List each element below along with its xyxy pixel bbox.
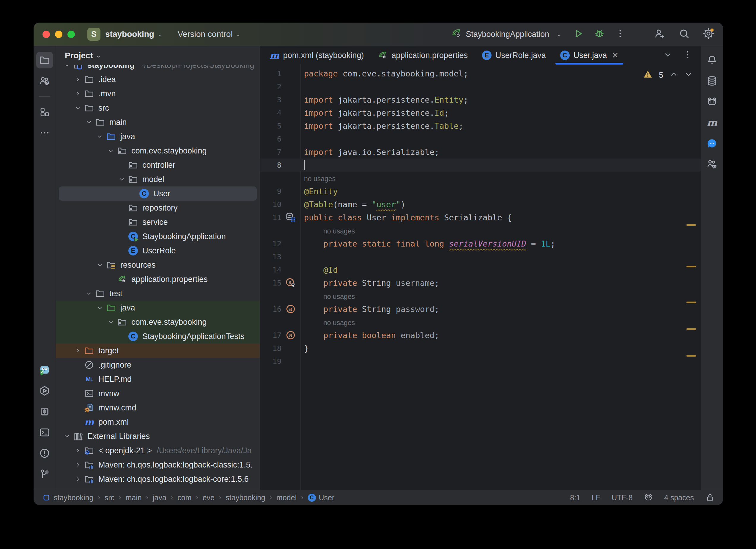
tree-row[interactable]: com.eve.staybooking xyxy=(56,315,260,329)
tree-row[interactable]: test xyxy=(56,287,260,301)
inlay-hint[interactable]: no usages xyxy=(323,319,355,327)
inlay-hint[interactable]: no usages xyxy=(323,227,355,235)
chevron-down-icon[interactable] xyxy=(94,305,105,311)
close-window-button[interactable] xyxy=(42,31,50,38)
tree-row[interactable]: com.eve.staybooking xyxy=(56,144,260,158)
breadcrumb-item[interactable]: src xyxy=(105,493,114,502)
warning-stripe-mark[interactable] xyxy=(686,266,696,267)
kebab-icon[interactable] xyxy=(615,28,626,39)
chevron-right-icon[interactable] xyxy=(72,447,84,454)
add-user-icon[interactable] xyxy=(654,28,665,39)
chevron-right-icon[interactable] xyxy=(72,90,84,97)
chevron-down-icon[interactable] xyxy=(116,176,127,182)
chevron-up-icon[interactable] xyxy=(669,70,678,79)
chevron-down-icon[interactable] xyxy=(61,65,73,68)
tool-button-services[interactable] xyxy=(36,383,53,399)
tool-button-project-folder[interactable] xyxy=(36,52,53,68)
tree-row[interactable]: staybooking~/Desktop/Projects/StayBookin… xyxy=(56,65,260,72)
tree-row[interactable]: src xyxy=(56,101,260,115)
warning-triangle-icon[interactable] xyxy=(643,69,653,79)
tool-button-code-with-me[interactable] xyxy=(704,156,720,172)
run-icon[interactable] xyxy=(573,28,584,39)
status-ai-status[interactable] xyxy=(644,493,653,502)
chevron-down-icon[interactable] xyxy=(83,119,95,125)
chevron-right-icon[interactable] xyxy=(72,76,84,83)
tree-row[interactable]: service xyxy=(56,215,260,229)
editor-tab[interactable]: mpom.xml (staybooking) xyxy=(262,46,371,64)
inspections-widget[interactable]: 5 xyxy=(643,69,693,81)
tree-row[interactable]: CUser xyxy=(59,186,257,201)
tree-row[interactable]: application.properties xyxy=(56,272,260,287)
inlay-hint[interactable]: no usages xyxy=(304,175,336,182)
chevron-down-icon[interactable] xyxy=(663,50,672,59)
run-configuration-selector[interactable]: StaybookingApplication ⌄ xyxy=(451,28,561,41)
tool-button-plugin-avatar[interactable] xyxy=(36,362,53,378)
editor-tab[interactable]: application.properties xyxy=(371,46,475,64)
kebab-icon[interactable] xyxy=(682,49,693,60)
tree-row[interactable]: M↓HELP.md xyxy=(56,372,260,386)
tree-row[interactable]: resources xyxy=(56,258,260,272)
breadcrumb-item[interactable]: model xyxy=(276,493,297,502)
status-unlock[interactable] xyxy=(705,493,715,502)
tree-row[interactable]: controller xyxy=(56,158,260,172)
warning-stripe-mark[interactable] xyxy=(686,224,696,226)
chevron-down-icon[interactable] xyxy=(61,433,73,440)
status-line-separator[interactable]: LF xyxy=(592,493,600,502)
breadcrumb-item[interactable]: java xyxy=(153,493,166,502)
warning-stripe-mark[interactable] xyxy=(686,328,696,330)
debug-icon[interactable] xyxy=(594,28,605,39)
tool-button-ai-assistant[interactable] xyxy=(704,93,720,110)
breadcrumb-item[interactable]: com xyxy=(177,493,191,502)
tool-button-structure[interactable] xyxy=(36,103,53,120)
project-tree-scroll[interactable]: staybooking~/Desktop/Projects/StayBookin… xyxy=(56,65,260,490)
tree-row[interactable]: EUserRole xyxy=(56,243,260,258)
tree-row[interactable]: External Libraries xyxy=(56,429,260,443)
tree-row[interactable]: .gitignore xyxy=(56,358,260,372)
tree-row[interactable]: .idea xyxy=(56,72,260,86)
tool-button-brackets[interactable] xyxy=(36,403,53,420)
tree-row[interactable]: Maven: ch.qos.logback:logback-classic:1.… xyxy=(56,458,260,472)
tool-button-users-question[interactable]: ? xyxy=(36,73,53,89)
status-caret-position[interactable]: 8:1 xyxy=(570,493,580,502)
zoom-window-button[interactable] xyxy=(67,31,75,38)
breadcrumb-item[interactable]: main xyxy=(125,493,141,502)
breadcrumb-item[interactable]: staybooking xyxy=(42,493,93,502)
tool-button-maven-tool[interactable]: m xyxy=(704,114,720,131)
tree-row[interactable]: mvnw.cmd xyxy=(56,401,260,415)
tool-button-terminal[interactable] xyxy=(36,424,53,441)
project-tool-header[interactable]: Project ⌄ xyxy=(56,46,260,65)
breadcrumb-item[interactable]: CUser xyxy=(308,493,335,502)
chevron-down-icon[interactable] xyxy=(684,70,693,79)
chevron-right-icon[interactable] xyxy=(72,476,84,482)
chevron-down-icon[interactable] xyxy=(105,319,116,325)
tree-row[interactable]: java xyxy=(56,129,260,144)
tool-button-database[interactable] xyxy=(704,73,720,89)
inlay-hint[interactable]: no usages xyxy=(323,293,355,301)
editor-tab[interactable]: EUserRole.java xyxy=(475,46,553,64)
project-name-menu[interactable]: staybooking xyxy=(105,29,154,39)
breadcrumb-item[interactable]: staybooking xyxy=(226,493,265,502)
tree-row[interactable]: mpom.xml xyxy=(56,415,260,429)
warning-stripe-mark[interactable] xyxy=(686,355,696,357)
tree-row[interactable]: main xyxy=(56,115,260,129)
breadcrumb-item[interactable]: eve xyxy=(203,493,215,502)
chevron-down-icon[interactable] xyxy=(94,133,105,140)
close-tab-icon[interactable]: ✕ xyxy=(612,51,618,60)
minimize-window-button[interactable] xyxy=(55,31,62,38)
tree-row[interactable]: repository xyxy=(56,201,260,215)
tool-button-notifications[interactable] xyxy=(704,52,720,68)
tree-row[interactable]: model xyxy=(56,172,260,186)
chevron-down-icon[interactable] xyxy=(72,105,84,111)
warning-stripe-mark[interactable] xyxy=(686,302,696,303)
tree-row[interactable]: CStaybookingApplication xyxy=(56,229,260,243)
editor-tab[interactable]: CUser.java✕ xyxy=(553,46,626,64)
status-indent[interactable]: 4 spaces xyxy=(664,493,694,502)
tool-button-git-branch[interactable] xyxy=(36,466,53,482)
chevron-down-icon[interactable] xyxy=(94,262,105,268)
tool-button-problems[interactable] xyxy=(36,445,53,462)
tree-row[interactable]: CStaybookingApplicationTests xyxy=(56,329,260,344)
tree-row[interactable]: mvnw xyxy=(56,386,260,401)
tool-button-chat[interactable] xyxy=(704,135,720,152)
code-editor[interactable]: 1package com.eve.staybooking.model;23imp… xyxy=(260,64,701,490)
tree-row[interactable]: < openjdk-21 >/Users/eve/Library/Java/Ja xyxy=(56,443,260,458)
